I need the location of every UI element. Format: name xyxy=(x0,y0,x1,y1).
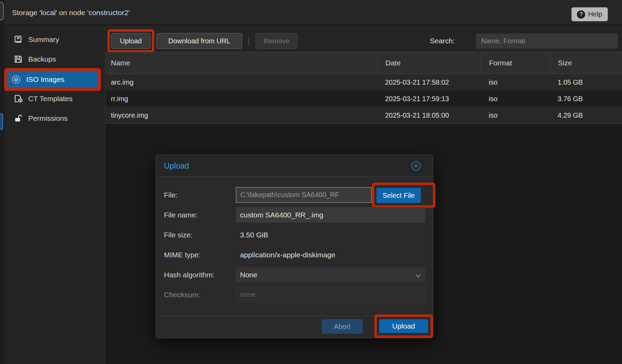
file-size-value: 3.50 GiB xyxy=(240,227,268,243)
file-label: File: xyxy=(164,187,233,203)
checksum-label: Checksum: xyxy=(164,287,233,302)
help-button-label: Help xyxy=(588,10,602,18)
hash-algorithm-label: Hash algorithm: xyxy=(164,267,233,282)
sidebar-item-label: Backups xyxy=(28,55,56,63)
help-icon: ? xyxy=(577,10,585,19)
chevron-down-icon xyxy=(415,272,421,280)
sidebar-item-iso-images[interactable]: ISO Images xyxy=(7,71,98,88)
floppy-icon xyxy=(13,55,23,64)
search-label: Search: xyxy=(430,33,455,49)
table-row[interactable]: rr.img 2025-03-21 17:59:13 iso 3.76 GB xyxy=(105,90,622,107)
close-icon[interactable] xyxy=(411,161,421,171)
annotation-box-dialog-upload: Upload xyxy=(374,314,433,338)
sidebar-item-permissions[interactable]: Permissions xyxy=(4,110,105,127)
sidebar-item-summary[interactable]: Summary xyxy=(4,31,105,48)
column-header-name[interactable]: Name xyxy=(105,52,377,74)
cell-format: iso xyxy=(481,107,550,124)
cell-size: 1.05 GB xyxy=(550,74,622,90)
help-button[interactable]: ? Help xyxy=(571,7,608,21)
abort-button[interactable]: Abort xyxy=(322,319,363,334)
book-icon xyxy=(13,35,23,44)
panel-header: Storage 'local' on node 'constructor2' ?… xyxy=(4,0,622,25)
iso-images-table: Name Date Format Size arc.img 2025-03-21… xyxy=(105,52,622,124)
sidebar-item-backups[interactable]: Backups xyxy=(4,51,105,68)
search-input[interactable] xyxy=(476,33,618,49)
sidebar: Summary Backups ISO Images CT Templates xyxy=(4,25,105,364)
toolbar: Upload Download from URL | Remove Search… xyxy=(105,25,622,52)
sidebar-item-label: Summary xyxy=(28,35,59,44)
mime-type-value: application/x-apple-diskimage xyxy=(240,247,335,263)
toolbar-separator: | xyxy=(248,33,250,49)
checksum-input[interactable] xyxy=(236,287,425,302)
unlock-icon xyxy=(13,114,23,123)
cell-size: 4.29 GB xyxy=(550,107,622,124)
cell-size: 3.76 GB xyxy=(550,90,622,107)
cell-date: 2025-03-21 17:58:02 xyxy=(377,74,481,90)
annotation-box-select-file: Select File xyxy=(372,183,435,208)
file-path-input[interactable] xyxy=(236,187,372,203)
cell-name: arc.img xyxy=(105,74,377,90)
upload-button[interactable]: Upload xyxy=(111,33,151,49)
sidebar-item-label: CT Templates xyxy=(28,95,73,103)
column-header-date[interactable]: Date xyxy=(377,52,481,74)
remove-button[interactable]: Remove xyxy=(256,33,298,49)
page-title: Storage 'local' on node 'constructor2' xyxy=(12,0,130,25)
cell-format: iso xyxy=(481,74,550,90)
sidebar-item-label: Permissions xyxy=(28,114,68,122)
sidebar-item-ct-templates[interactable]: CT Templates xyxy=(4,90,105,107)
collapsed-panel-tab[interactable] xyxy=(0,2,4,20)
file-size-label: File size: xyxy=(164,227,233,243)
annotation-box-iso-images: ISO Images xyxy=(4,68,101,91)
cell-date: 2025-03-21 17:59:13 xyxy=(377,90,481,107)
select-file-button[interactable]: Select File xyxy=(376,188,421,203)
dialog-titlebar[interactable]: Upload xyxy=(156,155,433,177)
collapsed-tree-selection-fragment xyxy=(0,114,3,130)
box-page-icon xyxy=(13,94,23,104)
upload-dialog: Upload File: Select File File name: File… xyxy=(156,154,433,338)
cell-name: rr.img xyxy=(105,90,377,107)
left-edge-strip xyxy=(0,0,4,364)
table-bottom-border xyxy=(105,124,622,124)
dialog-title: Upload xyxy=(164,155,189,177)
cell-date: 2025-03-21 18:05:00 xyxy=(377,107,481,124)
column-header-size[interactable]: Size xyxy=(550,52,622,74)
cell-name: tinycore.img xyxy=(105,107,377,124)
file-name-label: File name: xyxy=(164,207,233,223)
file-name-input[interactable] xyxy=(236,207,425,223)
hash-algorithm-value: None xyxy=(240,271,257,279)
disc-icon xyxy=(11,75,21,84)
proxmox-storage-screen: Storage 'local' on node 'constructor2' ?… xyxy=(0,0,622,364)
table-header-row: Name Date Format Size xyxy=(105,52,622,74)
sidebar-item-label: ISO Images xyxy=(26,75,64,84)
dialog-upload-button[interactable]: Upload xyxy=(379,319,428,333)
download-from-url-button[interactable]: Download from URL xyxy=(156,33,242,49)
mime-type-label: MIME type: xyxy=(164,247,233,263)
table-row[interactable]: tinycore.img 2025-03-21 18:05:00 iso 4.2… xyxy=(105,107,622,124)
column-header-format[interactable]: Format xyxy=(481,52,550,74)
table-row[interactable]: arc.img 2025-03-21 17:58:02 iso 1.05 GB xyxy=(105,74,622,90)
hash-algorithm-select[interactable]: None xyxy=(236,267,425,282)
cell-format: iso xyxy=(481,90,550,107)
